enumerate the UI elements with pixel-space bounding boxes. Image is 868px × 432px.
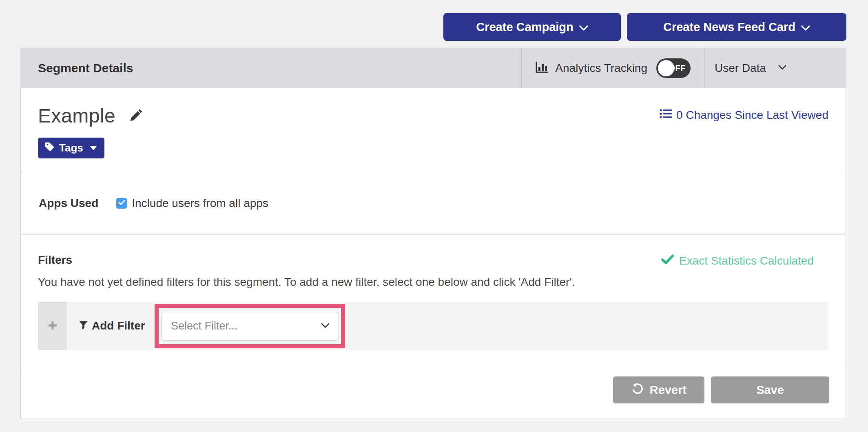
page-title: Segment Details [38, 61, 133, 75]
segment-name-row: Example [38, 105, 144, 127]
save-label: Save [756, 383, 784, 397]
add-filter-row: Add Filter Select Filter... [38, 302, 828, 350]
create-campaign-button[interactable]: Create Campaign [443, 13, 621, 41]
filter-select-placeholder: Select Filter... [171, 320, 238, 332]
exact-statistics-label: Exact Statistics Calculated [679, 254, 814, 267]
segment-title-section: Example [21, 88, 846, 172]
create-campaign-label: Create Campaign [476, 20, 574, 34]
save-button[interactable]: Save [711, 376, 829, 403]
include-all-apps-checkbox[interactable] [116, 198, 127, 209]
chevron-down-icon [579, 20, 588, 34]
list-icon [660, 109, 672, 122]
exact-statistics-status: Exact Statistics Calculated [661, 254, 814, 267]
add-filter-row-body: Add Filter Select Filter... [67, 302, 828, 350]
tags-button-label: Tags [59, 142, 83, 154]
revert-button[interactable]: Revert [613, 376, 704, 403]
bar-chart-icon [535, 61, 549, 76]
add-filter-button[interactable]: Add Filter [79, 302, 145, 350]
filters-empty-message: You have not yet defined filters for thi… [38, 276, 575, 289]
segment-details-card: Segment Details Analytics Tracking OFF [20, 48, 846, 419]
create-news-feed-card-button[interactable]: Create News Feed Card [627, 13, 846, 41]
funnel-icon [79, 321, 88, 331]
revert-label: Revert [650, 383, 686, 397]
apps-used-section: Apps Used Include users from all apps [21, 172, 846, 234]
card-header: Segment Details Analytics Tracking OFF [21, 48, 846, 88]
segment-name: Example [38, 105, 115, 127]
toggle-state-label: OFF [669, 64, 686, 73]
chevron-down-icon [801, 20, 810, 34]
pencil-icon [128, 107, 144, 124]
caret-down-icon [90, 146, 97, 150]
include-all-apps-label: Include users from all apps [132, 197, 268, 210]
revert-icon [631, 383, 643, 398]
add-filter-label: Add Filter [92, 319, 145, 332]
tag-icon [44, 142, 54, 154]
user-data-dropdown[interactable]: User Data [704, 48, 846, 88]
changes-since-last-viewed-link[interactable]: 0 Changes Since Last Viewed [660, 109, 828, 122]
check-icon [118, 200, 125, 207]
analytics-tracking-label: Analytics Tracking [555, 62, 647, 75]
analytics-tracking-toggle[interactable]: OFF [656, 58, 691, 78]
filters-section: Filters Exact Statistics Calculated You … [21, 234, 846, 366]
edit-name-button[interactable] [128, 107, 144, 124]
apps-used-label: Apps Used [39, 197, 98, 210]
changes-link-label: 0 Changes Since Last Viewed [676, 109, 828, 122]
chevron-down-icon [321, 323, 330, 330]
analytics-tracking-section: Analytics Tracking OFF [521, 48, 704, 88]
plus-icon [48, 321, 58, 332]
chevron-down-icon [778, 65, 786, 72]
highlight-annotation: Select Filter... [155, 304, 345, 348]
filters-heading: Filters [38, 254, 72, 267]
tags-button[interactable]: Tags [38, 138, 104, 158]
card-footer: Revert Save [21, 366, 846, 419]
header-right-group: Analytics Tracking OFF User Data [521, 48, 846, 88]
create-news-feed-card-label: Create News Feed Card [663, 20, 795, 34]
user-data-label: User Data [715, 62, 766, 75]
checkmark-icon [661, 254, 674, 267]
add-filter-plus-button[interactable] [38, 302, 67, 350]
filter-select[interactable]: Select Filter... [162, 312, 339, 341]
